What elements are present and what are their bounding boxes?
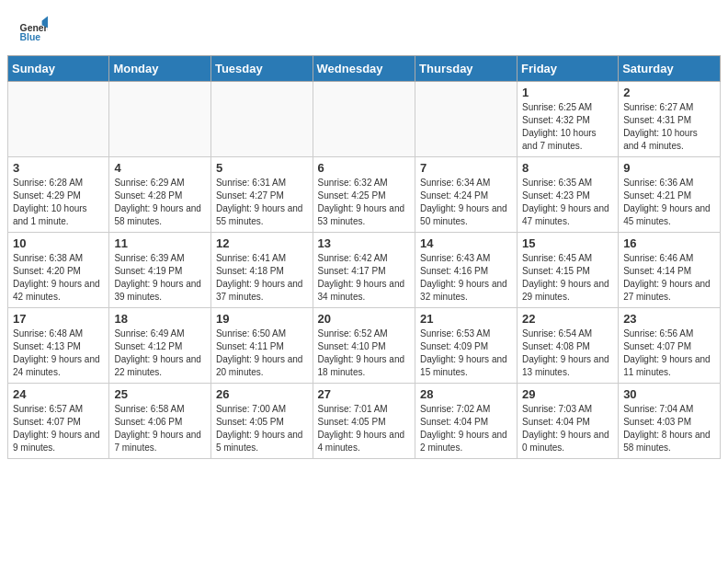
day-cell: 18Sunrise: 6:49 AM Sunset: 4:12 PM Dayli… <box>109 308 211 384</box>
day-info: Sunrise: 6:48 AM Sunset: 4:13 PM Dayligh… <box>13 327 104 379</box>
day-cell: 26Sunrise: 7:00 AM Sunset: 4:05 PM Dayli… <box>210 384 313 459</box>
day-cell: 30Sunrise: 7:04 AM Sunset: 4:03 PM Dayli… <box>619 384 721 459</box>
day-cell: 21Sunrise: 6:53 AM Sunset: 4:09 PM Dayli… <box>415 308 518 384</box>
day-cell <box>313 82 415 157</box>
day-number: 1 <box>522 86 613 99</box>
day-cell: 8Sunrise: 6:35 AM Sunset: 4:23 PM Daylig… <box>518 157 619 233</box>
day-cell: 27Sunrise: 7:01 AM Sunset: 4:05 PM Dayli… <box>313 384 415 459</box>
page-header: General Blue <box>0 0 728 48</box>
day-cell: 16Sunrise: 6:46 AM Sunset: 4:14 PM Dayli… <box>619 233 721 308</box>
day-cell: 23Sunrise: 6:56 AM Sunset: 4:07 PM Dayli… <box>619 308 721 384</box>
day-number: 2 <box>623 86 715 99</box>
day-number: 11 <box>114 236 206 250</box>
day-info: Sunrise: 7:00 AM Sunset: 4:05 PM Dayligh… <box>216 403 308 454</box>
week-row-1: 1Sunrise: 6:25 AM Sunset: 4:32 PM Daylig… <box>8 82 721 157</box>
day-cell: 11Sunrise: 6:39 AM Sunset: 4:19 PM Dayli… <box>109 233 211 308</box>
day-number: 8 <box>522 161 613 175</box>
day-info: Sunrise: 7:04 AM Sunset: 4:03 PM Dayligh… <box>623 403 715 454</box>
day-info: Sunrise: 6:27 AM Sunset: 4:31 PM Dayligh… <box>623 101 715 153</box>
day-number: 22 <box>522 312 613 326</box>
week-row-2: 3Sunrise: 6:28 AM Sunset: 4:29 PM Daylig… <box>8 157 721 233</box>
day-info: Sunrise: 6:41 AM Sunset: 4:18 PM Dayligh… <box>216 252 308 304</box>
calendar-wrapper: Sunday Monday Tuesday Wednesday Thursday… <box>0 55 728 466</box>
day-number: 9 <box>623 161 715 175</box>
col-saturday: Saturday <box>619 56 721 82</box>
day-cell: 12Sunrise: 6:41 AM Sunset: 4:18 PM Dayli… <box>210 233 313 308</box>
day-cell: 19Sunrise: 6:50 AM Sunset: 4:11 PM Dayli… <box>210 308 313 384</box>
day-cell: 20Sunrise: 6:52 AM Sunset: 4:10 PM Dayli… <box>313 308 415 384</box>
day-number: 4 <box>114 161 206 175</box>
logo: General Blue <box>18 15 51 44</box>
day-info: Sunrise: 6:34 AM Sunset: 4:24 PM Dayligh… <box>420 177 512 228</box>
day-number: 3 <box>13 161 104 175</box>
day-info: Sunrise: 6:52 AM Sunset: 4:10 PM Dayligh… <box>318 327 411 379</box>
col-wednesday: Wednesday <box>313 56 415 82</box>
day-info: Sunrise: 6:56 AM Sunset: 4:07 PM Dayligh… <box>623 327 715 379</box>
calendar-body: 1Sunrise: 6:25 AM Sunset: 4:32 PM Daylig… <box>8 82 721 459</box>
day-number: 13 <box>318 236 411 250</box>
day-info: Sunrise: 6:43 AM Sunset: 4:16 PM Dayligh… <box>420 252 512 304</box>
day-number: 21 <box>420 312 512 326</box>
day-cell <box>109 82 211 157</box>
day-info: Sunrise: 6:28 AM Sunset: 4:29 PM Dayligh… <box>13 177 104 228</box>
day-cell <box>210 82 313 157</box>
logo-icon: General Blue <box>18 15 48 44</box>
day-cell: 15Sunrise: 6:45 AM Sunset: 4:15 PM Dayli… <box>518 233 619 308</box>
day-cell: 10Sunrise: 6:38 AM Sunset: 4:20 PM Dayli… <box>8 233 109 308</box>
day-info: Sunrise: 7:01 AM Sunset: 4:05 PM Dayligh… <box>318 403 411 454</box>
day-info: Sunrise: 7:02 AM Sunset: 4:04 PM Dayligh… <box>420 403 512 454</box>
day-cell: 22Sunrise: 6:54 AM Sunset: 4:08 PM Dayli… <box>518 308 619 384</box>
day-info: Sunrise: 6:25 AM Sunset: 4:32 PM Dayligh… <box>522 101 613 153</box>
day-info: Sunrise: 6:39 AM Sunset: 4:19 PM Dayligh… <box>114 252 206 304</box>
day-cell: 24Sunrise: 6:57 AM Sunset: 4:07 PM Dayli… <box>8 384 109 459</box>
day-info: Sunrise: 6:58 AM Sunset: 4:06 PM Dayligh… <box>114 403 206 454</box>
day-number: 23 <box>623 312 715 326</box>
day-cell: 17Sunrise: 6:48 AM Sunset: 4:13 PM Dayli… <box>8 308 109 384</box>
day-info: Sunrise: 6:54 AM Sunset: 4:08 PM Dayligh… <box>522 327 613 379</box>
calendar-table: Sunday Monday Tuesday Wednesday Thursday… <box>7 55 721 459</box>
day-number: 12 <box>216 236 308 250</box>
day-number: 16 <box>623 236 715 250</box>
day-number: 29 <box>522 387 613 401</box>
day-number: 27 <box>318 387 411 401</box>
header-row: Sunday Monday Tuesday Wednesday Thursday… <box>8 56 721 82</box>
day-info: Sunrise: 6:36 AM Sunset: 4:21 PM Dayligh… <box>623 177 715 228</box>
week-row-3: 10Sunrise: 6:38 AM Sunset: 4:20 PM Dayli… <box>8 233 721 308</box>
week-row-4: 17Sunrise: 6:48 AM Sunset: 4:13 PM Dayli… <box>8 308 721 384</box>
day-cell: 13Sunrise: 6:42 AM Sunset: 4:17 PM Dayli… <box>313 233 415 308</box>
day-info: Sunrise: 6:50 AM Sunset: 4:11 PM Dayligh… <box>216 327 308 379</box>
day-cell: 28Sunrise: 7:02 AM Sunset: 4:04 PM Dayli… <box>415 384 518 459</box>
day-number: 18 <box>114 312 206 326</box>
day-number: 20 <box>318 312 411 326</box>
day-number: 14 <box>420 236 512 250</box>
day-number: 7 <box>420 161 512 175</box>
day-cell: 2Sunrise: 6:27 AM Sunset: 4:31 PM Daylig… <box>619 82 721 157</box>
day-cell <box>415 82 518 157</box>
day-info: Sunrise: 6:49 AM Sunset: 4:12 PM Dayligh… <box>114 327 206 379</box>
day-cell: 1Sunrise: 6:25 AM Sunset: 4:32 PM Daylig… <box>518 82 619 157</box>
day-number: 15 <box>522 236 613 250</box>
day-info: Sunrise: 6:42 AM Sunset: 4:17 PM Dayligh… <box>318 252 411 304</box>
day-number: 5 <box>216 161 308 175</box>
day-cell: 7Sunrise: 6:34 AM Sunset: 4:24 PM Daylig… <box>415 157 518 233</box>
week-row-5: 24Sunrise: 6:57 AM Sunset: 4:07 PM Dayli… <box>8 384 721 459</box>
day-info: Sunrise: 6:31 AM Sunset: 4:27 PM Dayligh… <box>216 177 308 228</box>
day-info: Sunrise: 6:46 AM Sunset: 4:14 PM Dayligh… <box>623 252 715 304</box>
day-info: Sunrise: 7:03 AM Sunset: 4:04 PM Dayligh… <box>522 403 613 454</box>
day-info: Sunrise: 6:35 AM Sunset: 4:23 PM Dayligh… <box>522 177 613 228</box>
day-number: 6 <box>318 161 411 175</box>
day-cell <box>8 82 109 157</box>
day-cell: 3Sunrise: 6:28 AM Sunset: 4:29 PM Daylig… <box>8 157 109 233</box>
col-sunday: Sunday <box>8 56 109 82</box>
day-number: 19 <box>216 312 308 326</box>
day-number: 25 <box>114 387 206 401</box>
day-number: 10 <box>13 236 104 250</box>
day-number: 28 <box>420 387 512 401</box>
day-cell: 25Sunrise: 6:58 AM Sunset: 4:06 PM Dayli… <box>109 384 211 459</box>
day-cell: 5Sunrise: 6:31 AM Sunset: 4:27 PM Daylig… <box>210 157 313 233</box>
day-number: 26 <box>216 387 308 401</box>
day-info: Sunrise: 6:38 AM Sunset: 4:20 PM Dayligh… <box>13 252 104 304</box>
day-cell: 29Sunrise: 7:03 AM Sunset: 4:04 PM Dayli… <box>518 384 619 459</box>
day-cell: 14Sunrise: 6:43 AM Sunset: 4:16 PM Dayli… <box>415 233 518 308</box>
col-thursday: Thursday <box>415 56 518 82</box>
